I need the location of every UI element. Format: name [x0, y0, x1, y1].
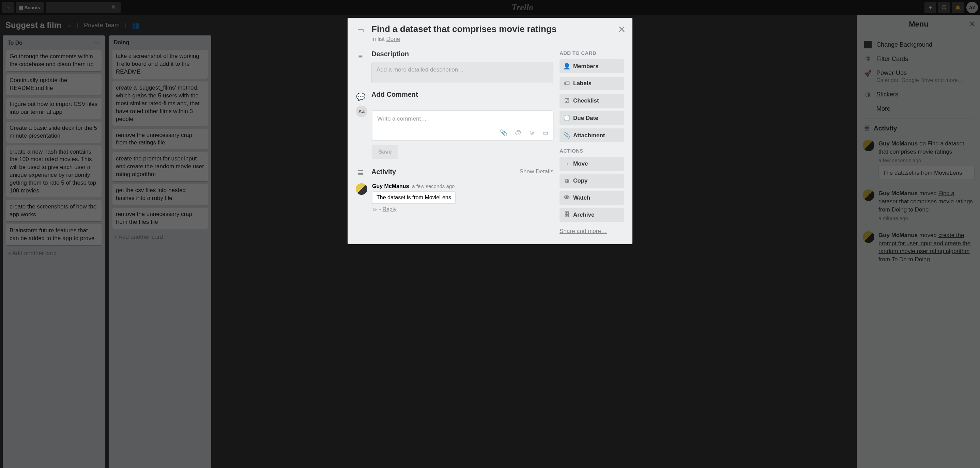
watch-button[interactable]: 👁Watch [560, 191, 624, 205]
copy-button[interactable]: ⧉Copy [560, 174, 624, 188]
attachment-icon[interactable]: 📎 [500, 129, 508, 136]
attachment-button[interactable]: 📎Attachment [560, 129, 624, 142]
mention-icon[interactable]: @ [515, 129, 521, 136]
close-icon: ✕ [618, 24, 625, 35]
commenter-avatar [356, 183, 368, 195]
card-dialog: ✕ ▭ Find a dataset that comprises movie … [348, 18, 632, 244]
show-details-link[interactable]: Show Details [520, 168, 554, 175]
emoji-icon[interactable]: ☺ [529, 129, 535, 136]
add-to-card-header: ADD TO CARD [560, 50, 624, 56]
paperclip-icon: 📎 [563, 132, 570, 139]
comment-input[interactable]: Write a comment… [372, 111, 553, 127]
person-icon: 👤 [563, 63, 570, 70]
arrow-right-icon: → [564, 160, 570, 167]
list-link[interactable]: Done [386, 36, 400, 42]
save-comment-button[interactable]: Save [372, 145, 398, 159]
description-input[interactable]: Add a more detailed description… [371, 62, 554, 83]
description-label: Description [371, 50, 554, 58]
comment-time: a few seconds ago [412, 183, 455, 189]
current-user-avatar: AZ [356, 106, 368, 117]
activity-label: Activity [371, 168, 396, 176]
move-button[interactable]: →Move [560, 157, 624, 171]
members-button[interactable]: 👤Members [560, 59, 624, 73]
archive-button[interactable]: 🗄Archive [560, 208, 624, 222]
checklist-icon: ☑ [564, 97, 570, 104]
emoji-react-icon[interactable]: ☺ [372, 206, 377, 212]
card-title[interactable]: Find a dataset that comprises movie rati… [371, 24, 557, 34]
description-icon: ≡ [358, 52, 363, 60]
reply-link[interactable]: Reply [383, 206, 397, 212]
activity-comment-row: Guy McManus a few seconds ago The datase… [356, 183, 554, 213]
comment-author: Guy McManus [372, 183, 409, 189]
actions-header: ACTIONS [560, 148, 624, 154]
copy-icon: ⧉ [565, 178, 569, 184]
share-more-link[interactable]: Share and more… [560, 228, 607, 235]
comment-text: The dataset is from MovieLens [372, 192, 456, 204]
card-icon: ▭ [357, 26, 364, 34]
tag-icon: 🏷 [564, 80, 570, 87]
activity-icon: ≣ [358, 168, 364, 177]
add-comment-label: Add Comment [371, 90, 554, 98]
clock-icon: 🕒 [563, 114, 570, 122]
card-in-list: in list Done [371, 36, 557, 43]
comment-icon: 💬 [356, 93, 365, 101]
dialog-close-button[interactable]: ✕ [618, 24, 625, 35]
due-date-button[interactable]: 🕒Due Date [560, 111, 624, 125]
modal-overlay[interactable]: ✕ ▭ Find a dataset that comprises movie … [0, 0, 980, 468]
eye-icon: 👁 [564, 195, 570, 201]
comment-composer: Write a comment… 📎 @ ☺ ▭ [372, 110, 554, 140]
checklist-button[interactable]: ☑Checklist [560, 94, 624, 108]
labels-button[interactable]: 🏷Labels [560, 77, 624, 90]
archive-icon: 🗄 [564, 211, 570, 218]
card-link-icon[interactable]: ▭ [542, 129, 548, 136]
